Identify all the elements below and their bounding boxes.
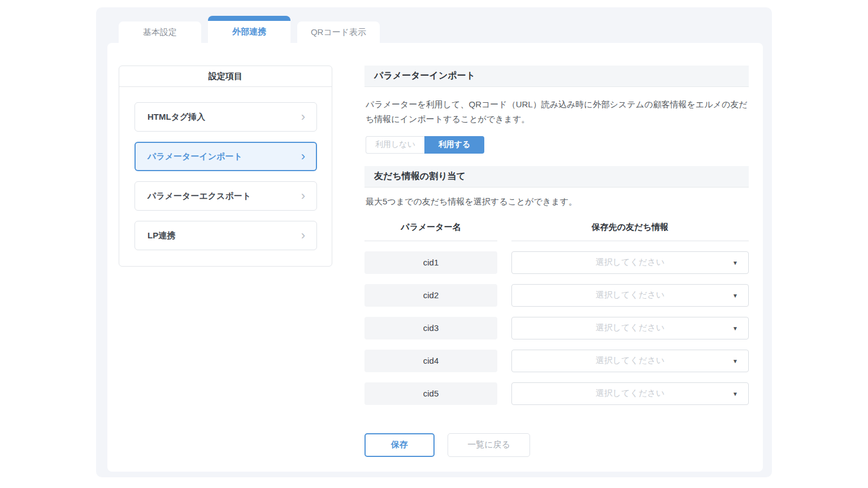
- tab-basic-settings[interactable]: 基本設定: [119, 21, 201, 43]
- chevron-right-icon: ›: [301, 190, 305, 202]
- parameter-name-cid5: cid5: [364, 382, 497, 405]
- save-button[interactable]: 保存: [364, 433, 435, 457]
- friend-info-select-cid2[interactable]: 選択してください ▼: [511, 284, 749, 307]
- chevron-right-icon: ›: [301, 150, 305, 163]
- parameter-name-cid4: cid4: [364, 350, 497, 372]
- sidebar-item-label: LP連携: [147, 230, 175, 241]
- chevron-right-icon: ›: [301, 111, 305, 123]
- tab-bar: 基本設定 外部連携 QRコード表示: [96, 7, 772, 43]
- parameter-name-cid1: cid1: [364, 251, 497, 274]
- dropdown-arrow-icon: ▼: [732, 259, 738, 265]
- sidebar-item-html-tag-insert[interactable]: HTMLタグ挿入 ›: [134, 102, 317, 132]
- select-placeholder: 選択してください: [596, 388, 665, 399]
- friend-info-select-cid5[interactable]: 選択してください ▼: [511, 382, 749, 405]
- dropdown-arrow-icon: ▼: [732, 325, 738, 331]
- back-to-list-button[interactable]: 一覧に戻る: [448, 433, 530, 457]
- dropdown-arrow-icon: ▼: [732, 292, 738, 298]
- sidebar-item-label: パラメーターインポート: [147, 151, 242, 162]
- use-toggle: 利用しない 利用する: [366, 136, 484, 154]
- parameter-import-description: パラメーターを利用して、QRコード（URL）読み込み時に外部システムの顧客情報を…: [366, 97, 748, 127]
- sidebar-item-label: HTMLタグ挿入: [147, 112, 205, 123]
- sidebar-item-list: HTMLタグ挿入 › パラメーターインポート › パラメーターエクスポート › …: [119, 87, 332, 250]
- chevron-right-icon: ›: [301, 229, 305, 242]
- friend-info-select-cid4[interactable]: 選択してください ▼: [511, 350, 749, 372]
- sidebar-title: 設定項目: [119, 66, 332, 87]
- settings-shell: 基本設定 外部連携 QRコード表示 設定項目 HTMLタグ挿入 › パラメーター…: [96, 7, 772, 477]
- friend-info-select-cid1[interactable]: 選択してください ▼: [511, 251, 749, 274]
- settings-sidebar: 設定項目 HTMLタグ挿入 › パラメーターインポート › パラメーターエクスポ…: [119, 66, 332, 267]
- tab-external-integration[interactable]: 外部連携: [208, 16, 290, 43]
- column-header-parameter-name: パラメーター名: [364, 222, 497, 241]
- section-title-parameter-import: パラメーターインポート: [364, 66, 749, 87]
- dropdown-arrow-icon: ▼: [732, 390, 738, 396]
- content-panel: 設定項目 HTMLタグ挿入 › パラメーターインポート › パラメーターエクスポ…: [107, 43, 763, 472]
- friend-info-select-cid3[interactable]: 選択してください ▼: [511, 317, 749, 339]
- section-title-friend-info-assignment: 友だち情報の割り当て: [364, 166, 749, 188]
- tab-qr-code-display[interactable]: QRコード表示: [297, 21, 380, 43]
- dropdown-arrow-icon: ▼: [732, 358, 738, 364]
- assignment-table: パラメーター名 保存先の友だち情報 cid1 選択してください ▼ cid2 選…: [364, 222, 749, 405]
- sidebar-item-label: パラメーターエクスポート: [147, 191, 251, 202]
- select-placeholder: 選択してください: [596, 290, 665, 300]
- action-buttons: 保存 一覧に戻る: [364, 433, 749, 457]
- select-placeholder: 選択してください: [596, 355, 665, 366]
- parameter-name-cid3: cid3: [364, 317, 497, 339]
- select-placeholder: 選択してください: [596, 323, 665, 333]
- select-placeholder: 選択してください: [596, 257, 665, 268]
- parameter-name-cid2: cid2: [364, 284, 497, 307]
- sidebar-item-lp-integration[interactable]: LP連携 ›: [134, 221, 317, 250]
- assignment-note: 最大5つまでの友だち情報を選択することができます。: [366, 197, 748, 207]
- toggle-use-button[interactable]: 利用する: [424, 136, 484, 154]
- column-header-destination-friend-info: 保存先の友だち情報: [511, 222, 749, 241]
- toggle-do-not-use-button[interactable]: 利用しない: [366, 136, 424, 154]
- sidebar-item-parameter-import[interactable]: パラメーターインポート ›: [134, 142, 317, 171]
- sidebar-item-parameter-export[interactable]: パラメーターエクスポート ›: [134, 181, 317, 211]
- parameter-import-section: パラメーターインポート パラメーターを利用して、QRコード（URL）読み込み時に…: [364, 66, 749, 483]
